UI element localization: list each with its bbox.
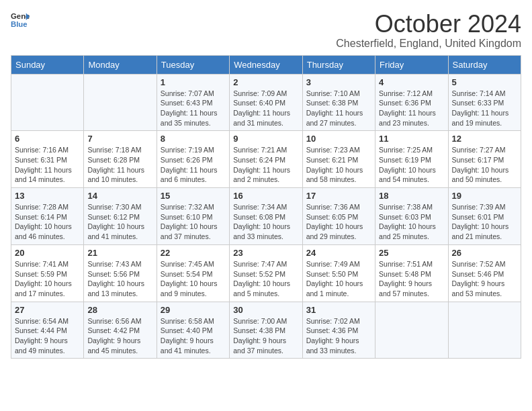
calendar-cell: 1Sunrise: 7:07 AM Sunset: 6:43 PM Daylig… [157,74,229,131]
day-number: 15 [161,191,226,201]
day-number: 27 [15,305,80,315]
calendar-cell: 22Sunrise: 7:45 AM Sunset: 5:54 PM Dayli… [157,244,229,302]
calendar-cell: 9Sunrise: 7:21 AM Sunset: 6:24 PM Daylig… [230,131,302,188]
day-info: Sunrise: 6:56 AM Sunset: 4:42 PM Dayligh… [87,316,152,356]
day-info: Sunrise: 7:19 AM Sunset: 6:26 PM Dayligh… [161,145,226,185]
calendar-cell: 5Sunrise: 7:14 AM Sunset: 6:33 PM Daylig… [448,74,521,131]
calendar-cell [375,302,448,359]
day-number: 18 [379,191,444,201]
calendar-cell: 23Sunrise: 7:47 AM Sunset: 5:52 PM Dayli… [230,244,302,302]
logo-icon: General Blue [11,11,30,30]
day-info: Sunrise: 7:28 AM Sunset: 6:14 PM Dayligh… [15,202,80,242]
day-number: 14 [87,191,152,201]
page-header: General Blue October 2024 Chesterfield, … [11,11,521,50]
day-info: Sunrise: 7:27 AM Sunset: 6:17 PM Dayligh… [452,145,517,185]
day-info: Sunrise: 7:49 AM Sunset: 5:50 PM Dayligh… [306,259,371,299]
svg-text:Blue: Blue [11,20,28,28]
calendar-cell: 18Sunrise: 7:38 AM Sunset: 6:03 PM Dayli… [375,188,448,245]
day-number: 9 [233,134,298,144]
day-number: 13 [15,191,80,201]
calendar-cell: 4Sunrise: 7:12 AM Sunset: 6:36 PM Daylig… [375,74,448,131]
calendar-cell: 21Sunrise: 7:43 AM Sunset: 5:56 PM Dayli… [84,244,157,302]
day-number: 26 [452,248,517,258]
calendar-week-row: 1Sunrise: 7:07 AM Sunset: 6:43 PM Daylig… [11,74,521,131]
calendar-cell [448,302,521,359]
day-number: 10 [306,134,371,144]
day-number: 22 [161,248,226,258]
day-number: 6 [15,134,80,144]
day-of-week-header: Friday [375,55,448,74]
calendar-cell: 30Sunrise: 7:00 AM Sunset: 4:38 PM Dayli… [230,302,302,359]
calendar-cell: 20Sunrise: 7:41 AM Sunset: 5:59 PM Dayli… [11,244,84,302]
day-info: Sunrise: 7:21 AM Sunset: 6:24 PM Dayligh… [233,145,298,185]
day-number: 19 [452,191,517,201]
day-number: 21 [87,248,152,258]
calendar-cell: 6Sunrise: 7:16 AM Sunset: 6:31 PM Daylig… [11,131,84,188]
day-info: Sunrise: 7:00 AM Sunset: 4:38 PM Dayligh… [233,316,298,356]
calendar-week-row: 6Sunrise: 7:16 AM Sunset: 6:31 PM Daylig… [11,131,521,188]
day-number: 17 [306,191,371,201]
day-info: Sunrise: 7:30 AM Sunset: 6:12 PM Dayligh… [87,202,152,242]
calendar-cell: 3Sunrise: 7:10 AM Sunset: 6:38 PM Daylig… [302,74,375,131]
day-info: Sunrise: 7:09 AM Sunset: 6:40 PM Dayligh… [233,89,298,128]
day-number: 8 [161,134,226,144]
month-title: October 2024 [336,11,521,38]
day-info: Sunrise: 7:02 AM Sunset: 4:36 PM Dayligh… [306,316,371,356]
day-number: 16 [233,191,298,201]
calendar-cell: 14Sunrise: 7:30 AM Sunset: 6:12 PM Dayli… [84,188,157,245]
day-of-week-header: Thursday [302,55,375,74]
day-number: 25 [379,248,444,258]
day-of-week-header: Monday [84,55,157,74]
day-number: 29 [161,305,226,315]
calendar-cell: 24Sunrise: 7:49 AM Sunset: 5:50 PM Dayli… [302,244,375,302]
location-title: Chesterfield, England, United Kingdom [336,38,521,50]
calendar-cell: 13Sunrise: 7:28 AM Sunset: 6:14 PM Dayli… [11,188,84,245]
day-info: Sunrise: 6:54 AM Sunset: 4:44 PM Dayligh… [15,316,80,356]
day-info: Sunrise: 7:23 AM Sunset: 6:21 PM Dayligh… [306,145,371,185]
calendar-cell: 28Sunrise: 6:56 AM Sunset: 4:42 PM Dayli… [84,302,157,359]
day-info: Sunrise: 7:51 AM Sunset: 5:48 PM Dayligh… [379,259,444,299]
day-info: Sunrise: 7:45 AM Sunset: 5:54 PM Dayligh… [161,259,226,299]
calendar-cell: 29Sunrise: 6:58 AM Sunset: 4:40 PM Dayli… [157,302,229,359]
day-number: 2 [233,77,298,87]
day-number: 31 [306,305,371,315]
day-info: Sunrise: 7:16 AM Sunset: 6:31 PM Dayligh… [15,145,80,185]
day-number: 1 [161,77,226,87]
calendar-cell: 31Sunrise: 7:02 AM Sunset: 4:36 PM Dayli… [302,302,375,359]
day-number: 23 [233,248,298,258]
calendar-cell: 25Sunrise: 7:51 AM Sunset: 5:48 PM Dayli… [375,244,448,302]
day-info: Sunrise: 7:36 AM Sunset: 6:05 PM Dayligh… [306,202,371,242]
calendar-cell: 7Sunrise: 7:18 AM Sunset: 6:28 PM Daylig… [84,131,157,188]
title-block: October 2024 Chesterfield, England, Unit… [336,11,521,50]
calendar-cell: 12Sunrise: 7:27 AM Sunset: 6:17 PM Dayli… [448,131,521,188]
calendar-cell: 19Sunrise: 7:39 AM Sunset: 6:01 PM Dayli… [448,188,521,245]
day-info: Sunrise: 7:07 AM Sunset: 6:43 PM Dayligh… [161,89,226,128]
calendar-cell [84,74,157,131]
calendar-cell: 27Sunrise: 6:54 AM Sunset: 4:44 PM Dayli… [11,302,84,359]
day-number: 3 [306,77,371,87]
calendar-header-row: SundayMondayTuesdayWednesdayThursdayFrid… [11,55,521,74]
day-number: 12 [452,134,517,144]
day-info: Sunrise: 7:12 AM Sunset: 6:36 PM Dayligh… [379,89,444,128]
day-info: Sunrise: 7:14 AM Sunset: 6:33 PM Dayligh… [452,89,517,128]
day-info: Sunrise: 7:41 AM Sunset: 5:59 PM Dayligh… [15,259,80,299]
day-info: Sunrise: 7:25 AM Sunset: 6:19 PM Dayligh… [379,145,444,185]
day-info: Sunrise: 7:34 AM Sunset: 6:08 PM Dayligh… [233,202,298,242]
day-number: 5 [452,77,517,87]
calendar-week-row: 27Sunrise: 6:54 AM Sunset: 4:44 PM Dayli… [11,302,521,359]
day-of-week-header: Wednesday [230,55,302,74]
calendar-cell: 10Sunrise: 7:23 AM Sunset: 6:21 PM Dayli… [302,131,375,188]
day-number: 11 [379,134,444,144]
day-info: Sunrise: 7:52 AM Sunset: 5:46 PM Dayligh… [452,259,517,299]
calendar-week-row: 13Sunrise: 7:28 AM Sunset: 6:14 PM Dayli… [11,188,521,245]
calendar-table: SundayMondayTuesdayWednesdayThursdayFrid… [11,55,521,359]
logo: General Blue [11,11,30,30]
calendar-cell: 11Sunrise: 7:25 AM Sunset: 6:19 PM Dayli… [375,131,448,188]
calendar-cell [11,74,84,131]
calendar-cell: 2Sunrise: 7:09 AM Sunset: 6:40 PM Daylig… [230,74,302,131]
day-of-week-header: Sunday [11,55,84,74]
day-info: Sunrise: 7:32 AM Sunset: 6:10 PM Dayligh… [161,202,226,242]
day-number: 20 [15,248,80,258]
day-number: 7 [87,134,152,144]
day-info: Sunrise: 7:47 AM Sunset: 5:52 PM Dayligh… [233,259,298,299]
